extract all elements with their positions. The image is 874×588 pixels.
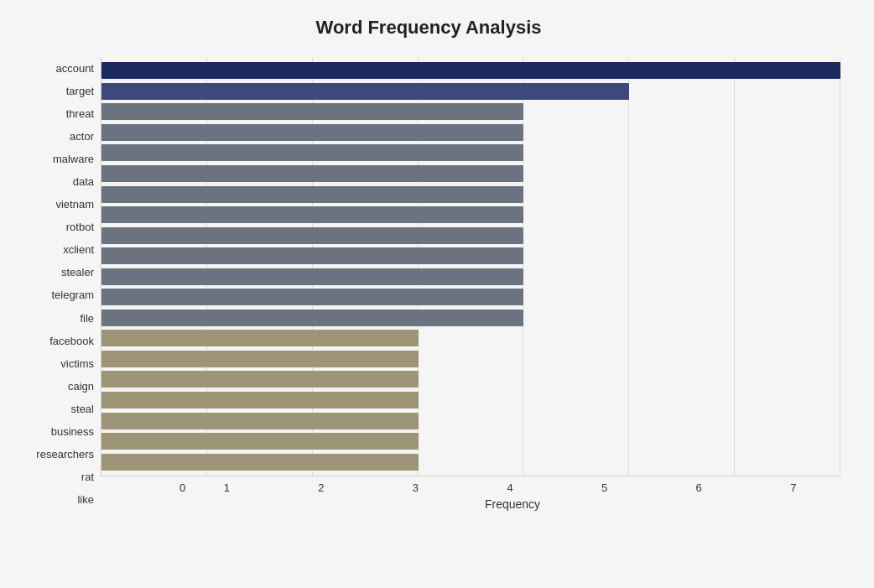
y-label: caign bbox=[68, 375, 94, 398]
x-tick-label: 4 bbox=[463, 481, 558, 494]
bar-row bbox=[101, 390, 840, 410]
y-label: account bbox=[55, 57, 94, 80]
y-label: actor bbox=[70, 125, 94, 148]
y-axis: accounttargetthreatactormalwaredatavietn… bbox=[17, 57, 101, 511]
bar bbox=[101, 165, 523, 182]
bar-row bbox=[101, 349, 840, 369]
bar bbox=[101, 103, 523, 120]
bar bbox=[101, 371, 419, 388]
y-label: stealer bbox=[61, 261, 94, 284]
y-label: target bbox=[66, 80, 94, 102]
bars-and-grid: 01234567 Frequency bbox=[101, 57, 840, 511]
bar-row bbox=[101, 246, 840, 266]
y-label: like bbox=[77, 488, 94, 511]
bar-row bbox=[101, 185, 840, 205]
y-label: facebook bbox=[49, 330, 94, 352]
bar-row bbox=[101, 60, 840, 81]
x-axis-title: Frequency bbox=[185, 497, 840, 511]
bar bbox=[101, 413, 419, 429]
bar-row bbox=[101, 431, 840, 451]
bar bbox=[101, 186, 523, 203]
y-label: rotbot bbox=[66, 216, 94, 238]
bar-row bbox=[101, 267, 840, 287]
bottom-section: 01234567 Frequency bbox=[101, 476, 840, 511]
bar-row bbox=[101, 452, 840, 472]
bar bbox=[101, 454, 419, 471]
y-label: steal bbox=[71, 398, 94, 420]
x-tick-label: 2 bbox=[274, 481, 369, 494]
bar bbox=[101, 330, 419, 346]
bar bbox=[101, 83, 629, 100]
y-label: rat bbox=[81, 466, 94, 488]
bar bbox=[101, 351, 419, 367]
bars-wrapper bbox=[101, 57, 840, 476]
y-label: malware bbox=[53, 148, 94, 170]
bar-row bbox=[101, 308, 840, 328]
y-label: xclient bbox=[63, 238, 94, 261]
bar-row bbox=[101, 411, 840, 431]
bar-row bbox=[101, 101, 840, 122]
bar bbox=[101, 392, 419, 408]
chart-title: Word Frequency Analysis bbox=[17, 17, 840, 42]
bar-row bbox=[101, 226, 840, 246]
bar bbox=[101, 124, 523, 141]
x-tick-label: 7 bbox=[746, 481, 840, 494]
y-label: vietnam bbox=[55, 193, 94, 216]
bar-row bbox=[101, 328, 840, 348]
bar-row bbox=[101, 205, 840, 225]
bar bbox=[101, 268, 523, 285]
bar bbox=[101, 310, 523, 326]
y-label: file bbox=[80, 307, 94, 330]
y-label: researchers bbox=[36, 443, 94, 466]
y-label: data bbox=[73, 170, 94, 193]
bar bbox=[101, 206, 523, 223]
x-tick-label: 3 bbox=[368, 481, 463, 494]
y-label: victims bbox=[60, 352, 94, 375]
bar-row bbox=[101, 164, 840, 184]
bar-row bbox=[101, 122, 840, 143]
bar bbox=[101, 144, 523, 161]
bar-row bbox=[101, 287, 840, 307]
x-tick-label: 5 bbox=[557, 481, 652, 494]
bar-row bbox=[101, 369, 840, 389]
y-label: threat bbox=[66, 102, 94, 125]
bar bbox=[101, 227, 523, 244]
x-axis-labels: 01234567 bbox=[185, 476, 840, 494]
chart-container: Word Frequency Analysis accounttargetthr… bbox=[0, 0, 874, 588]
y-label: business bbox=[51, 420, 94, 443]
x-tick-label: 1 bbox=[179, 481, 274, 494]
bar bbox=[101, 247, 523, 264]
chart-area: accounttargetthreatactormalwaredatavietn… bbox=[17, 57, 840, 511]
grid-and-bars bbox=[101, 57, 840, 476]
bar-row bbox=[101, 143, 840, 163]
x-tick-label: 6 bbox=[652, 481, 747, 494]
bar bbox=[101, 289, 523, 305]
y-label: telegram bbox=[51, 284, 94, 306]
bar bbox=[101, 433, 419, 450]
bar-row bbox=[101, 81, 840, 101]
bar bbox=[101, 62, 840, 79]
